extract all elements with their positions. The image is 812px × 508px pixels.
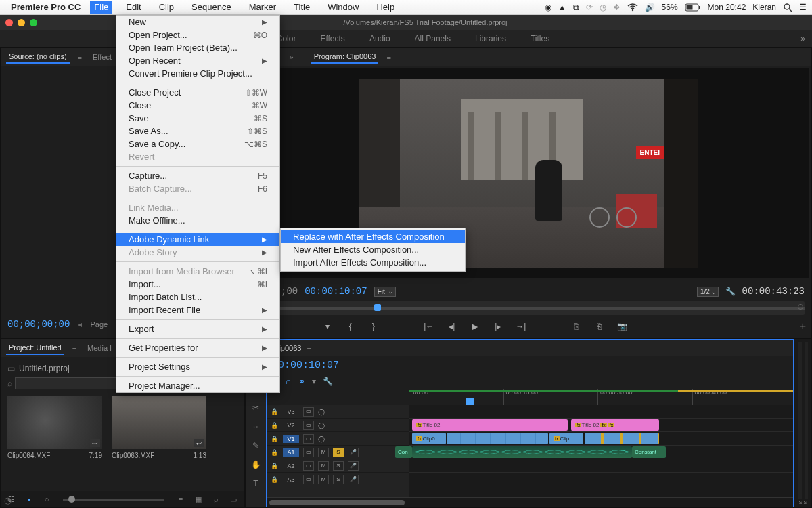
close-button[interactable] bbox=[5, 19, 13, 26]
zoom-slider[interactable] bbox=[63, 499, 164, 501]
menu-item-get-properties-for[interactable]: Get Properties for▶ bbox=[116, 341, 279, 354]
mute-button[interactable]: M bbox=[318, 448, 329, 457]
clip-audio[interactable] bbox=[412, 446, 632, 458]
mic-icon[interactable]: 🎤 bbox=[348, 475, 359, 484]
clip-video-fx[interactable] bbox=[585, 433, 659, 444]
in-icon[interactable]: { bbox=[345, 322, 356, 331]
magnet-icon[interactable]: ∩ bbox=[286, 377, 292, 386]
ws-libraries[interactable]: Libraries bbox=[470, 31, 512, 46]
menu-item-batch-capture[interactable]: Batch Capture...F6 bbox=[116, 182, 279, 195]
solo-button[interactable]: S bbox=[333, 475, 344, 484]
clip-video[interactable]: fx Clip0 bbox=[412, 433, 446, 444]
new-bin-icon[interactable]: ▭ bbox=[228, 494, 239, 505]
menu-item-adobe-story[interactable]: Adobe Story▶ bbox=[116, 246, 279, 259]
tab-effect[interactable]: Effect bbox=[90, 51, 114, 63]
menu-edit[interactable]: Edit bbox=[122, 1, 145, 14]
mic-icon[interactable]: 🎤 bbox=[348, 461, 359, 471]
source-timecode[interactable]: 00;00;00;00 bbox=[7, 319, 70, 330]
sync-lock-icon[interactable]: ◯ bbox=[318, 408, 325, 415]
scale-select[interactable]: 1/2 ⌵ bbox=[697, 287, 719, 297]
hand-tool-icon[interactable]: ✋ bbox=[250, 459, 262, 471]
camera-icon[interactable]: 📷 bbox=[617, 322, 628, 331]
dropbox-icon[interactable]: ❖ bbox=[613, 3, 621, 12]
menu-item-export[interactable]: Export▶ bbox=[116, 322, 279, 335]
timeline-timecode[interactable]: 00:00:10:07 bbox=[272, 360, 339, 371]
marker-add-icon[interactable]: ▾ bbox=[312, 377, 316, 386]
freeform-icon[interactable]: ○ bbox=[41, 494, 52, 505]
project-filename[interactable]: Untitled.prproj bbox=[19, 364, 70, 373]
tab-source[interactable]: Source: (no clips) bbox=[6, 50, 70, 64]
bin-icon[interactable]: ▭ bbox=[7, 364, 15, 373]
lock-icon[interactable]: 🔒 bbox=[271, 476, 279, 483]
play-icon[interactable]: ▶ bbox=[470, 322, 480, 331]
program-menu-icon[interactable]: ≡ bbox=[386, 53, 390, 61]
clip-audio-in[interactable]: Con bbox=[395, 446, 412, 458]
add-button-icon[interactable]: + bbox=[800, 320, 806, 333]
submenu-item-replace-with-after-effects-composition[interactable]: Replace with After Effects Composition bbox=[281, 230, 465, 243]
menu-item-project-manager[interactable]: Project Manager... bbox=[116, 379, 279, 392]
clip-video-cuts[interactable] bbox=[447, 433, 548, 444]
spotlight-icon[interactable] bbox=[783, 3, 792, 12]
lock-icon[interactable]: 🔒 bbox=[271, 449, 279, 456]
minimize-button[interactable] bbox=[18, 19, 25, 26]
ws-allpanels[interactable]: All Panels bbox=[409, 31, 456, 46]
eye-icon[interactable]: ▭ bbox=[303, 421, 314, 430]
lock-icon[interactable]: 🔒 bbox=[271, 463, 279, 469]
menu-item-close[interactable]: Close⌘W bbox=[116, 99, 279, 112]
auto-icon[interactable]: ▦ bbox=[193, 494, 204, 505]
eye-icon[interactable]: ▭ bbox=[303, 448, 314, 457]
menu-item-open-recent[interactable]: Open Recent▶ bbox=[116, 54, 279, 67]
menu-item-import[interactable]: Import...⌘I bbox=[116, 278, 279, 291]
lane-a2[interactable] bbox=[409, 459, 793, 473]
settings-wrench-icon[interactable]: 🔧 bbox=[323, 377, 333, 386]
clip-title2[interactable]: fx Title 02 fx fx bbox=[571, 419, 659, 431]
razor-tool-icon[interactable]: ✂ bbox=[250, 402, 262, 414]
menu-item-open-team-project-beta[interactable]: Open Team Project (Beta)... bbox=[116, 41, 279, 54]
sync-lock-icon[interactable]: ◯ bbox=[318, 422, 325, 429]
track-header-v2[interactable]: 🔒V2▭◯ bbox=[267, 419, 409, 432]
source-menu-icon[interactable]: ≡ bbox=[78, 53, 82, 61]
volume-icon[interactable]: 🔊 bbox=[645, 3, 655, 12]
clip-thumb-0[interactable]: ⮐ Clip0064.MXF7:19 bbox=[7, 396, 102, 462]
goto-out-icon[interactable]: →| bbox=[516, 322, 526, 331]
lane-a3[interactable] bbox=[409, 473, 793, 486]
menu-item-import-batch-list[interactable]: Import Batch List... bbox=[116, 291, 279, 303]
menu-item-open-project[interactable]: Open Project...⌘O bbox=[116, 28, 279, 41]
clip-video2[interactable]: fx Clip bbox=[549, 433, 583, 444]
menu-item-capture[interactable]: Capture...F5 bbox=[116, 169, 279, 182]
mute-button[interactable]: M bbox=[318, 461, 329, 471]
triangle-icon[interactable]: ▲ bbox=[558, 3, 566, 12]
link-icon[interactable]: ⚭ bbox=[298, 377, 305, 386]
extract-icon[interactable]: ⎗ bbox=[594, 322, 605, 331]
fit-select[interactable]: Fit⌵ bbox=[374, 287, 396, 297]
screen-icon[interactable]: ⧉ bbox=[573, 3, 579, 12]
menu-item-make-offline[interactable]: Make Offline... bbox=[116, 214, 279, 227]
step-back-icon[interactable]: ◂| bbox=[447, 322, 457, 331]
timeline-menu-icon[interactable]: ≡ bbox=[307, 344, 311, 352]
sync-status-icon[interactable]: ◔ bbox=[4, 495, 12, 505]
menu-item-save-a-copy[interactable]: Save a Copy...⌥⌘S bbox=[116, 137, 279, 150]
track-header-a3[interactable]: 🔒A3▭MS🎤 bbox=[267, 473, 409, 486]
eye-icon[interactable]: ▭ bbox=[303, 461, 314, 471]
lift-icon[interactable]: ⎘ bbox=[571, 322, 582, 331]
submenu-item-import-after-effects-composition[interactable]: Import After Effects Composition... bbox=[281, 256, 465, 269]
menu-item-close-project[interactable]: Close Project⇧⌘W bbox=[116, 86, 279, 99]
timer-icon[interactable]: ◷ bbox=[600, 3, 606, 12]
clip-audio-out[interactable]: Constant bbox=[632, 446, 666, 458]
menu-item-link-media[interactable]: Link Media... bbox=[116, 201, 279, 214]
tab-project[interactable]: Project: Untitled bbox=[6, 341, 64, 355]
page-prev-icon[interactable]: ◂ bbox=[78, 320, 82, 329]
menu-sequence[interactable]: Sequence bbox=[187, 1, 235, 14]
app-name[interactable]: Premiere Pro CC bbox=[11, 2, 81, 12]
clock[interactable]: Mon 20:42 bbox=[708, 3, 746, 12]
ws-audio[interactable]: Audio bbox=[364, 31, 396, 46]
track-content[interactable]: fx Title 02 fx Title 02 fx fx fx Clip0 f… bbox=[409, 405, 793, 497]
goto-in-icon[interactable]: |← bbox=[424, 322, 434, 331]
menu-marker[interactable]: Marker bbox=[245, 1, 280, 14]
clip-title[interactable]: fx Title 02 bbox=[412, 419, 568, 431]
menu-title[interactable]: Title bbox=[290, 1, 314, 14]
eye-icon[interactable]: ▭ bbox=[303, 434, 314, 444]
menu-item-convert-premiere-clip-project[interactable]: Convert Premiere Clip Project... bbox=[116, 67, 279, 80]
menu-item-adobe-dynamic-link[interactable]: Adobe Dynamic Link▶ bbox=[116, 233, 279, 246]
lane-a1[interactable]: Con Constant bbox=[409, 446, 793, 459]
